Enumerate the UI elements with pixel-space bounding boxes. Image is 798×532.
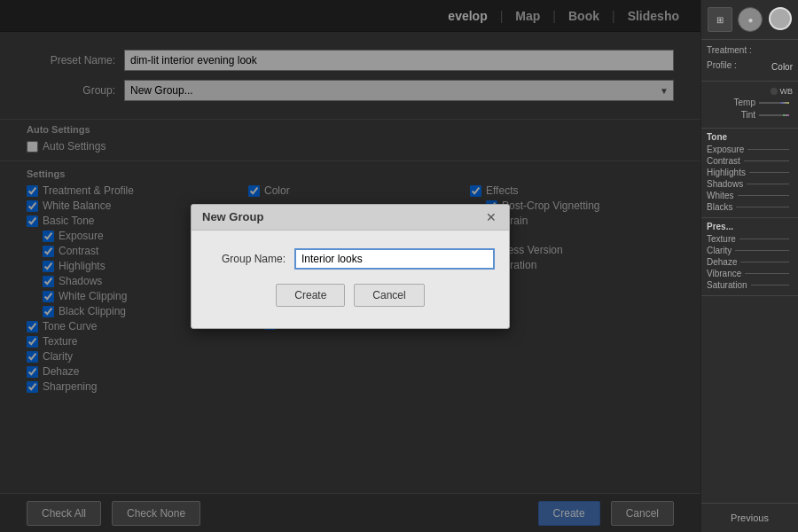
right-panel: ⊞ ● Treatment : Profile : Color WB Temp … — [700, 0, 798, 532]
temp-slider[interactable] — [759, 102, 789, 104]
active-circle-icon[interactable] — [769, 7, 792, 30]
modal-titlebar: New Group ✕ — [192, 205, 509, 231]
treatment-label: Treatment : — [707, 45, 752, 55]
profile-value: Color — [771, 62, 793, 72]
wb-row: WB — [707, 87, 793, 96]
temp-label: Temp — [707, 98, 755, 107]
tint-label: Tint — [707, 110, 755, 120]
modal-group-name-row: Group Name: — [206, 248, 495, 270]
right-panel-icons: ⊞ ● — [701, 0, 798, 40]
circle-icon[interactable]: ● — [738, 7, 763, 32]
dehaze-item-row: Dehaze — [707, 257, 793, 267]
wb-label: WB — [780, 87, 794, 96]
grid-icon[interactable]: ⊞ — [708, 7, 732, 32]
vibrance-item-row: Vibrance — [707, 269, 793, 278]
modal-cancel-button[interactable]: Cancel — [354, 284, 424, 307]
modal-overlay: New Group ✕ Group Name: Create Cancel — [0, 0, 700, 532]
modal-close-button[interactable]: ✕ — [484, 210, 498, 224]
saturation-item-row: Saturation — [707, 280, 793, 290]
treatment-row: Treatment : — [707, 45, 793, 59]
shadows-item-row: Shadows — [707, 179, 793, 189]
wb-section: WB Temp Tint — [701, 82, 798, 129]
clarity-item-row: Clarity — [707, 246, 793, 255]
profile-row: Profile : Color — [707, 60, 793, 74]
blacks-item-label: Blacks — [707, 202, 732, 212]
exposure-item-label: Exposure — [707, 145, 744, 154]
presence-section: Pres... Texture Clarity Dehaze Vibrance … — [701, 218, 798, 296]
previous-section: Previous — [701, 503, 798, 532]
texture-item-label: Texture — [707, 234, 736, 244]
left-panel: evelop | Map | Book | Slidesho Preset Na… — [0, 0, 700, 532]
modal-group-name-label: Group Name: — [206, 253, 286, 265]
tone-section: Tone Exposure Contrast Highlights Shadow… — [701, 129, 798, 218]
temp-slider-row: Temp — [707, 98, 793, 107]
modal-create-button[interactable]: Create — [276, 284, 345, 307]
tone-title: Tone — [707, 132, 793, 142]
contrast-item-label: Contrast — [707, 156, 740, 166]
highlights-item-row: Highlights — [707, 168, 793, 177]
exposure-item-row: Exposure — [707, 145, 793, 154]
whites-item-label: Whites — [707, 191, 734, 200]
saturation-item-label: Saturation — [707, 280, 747, 290]
modal-group-name-input[interactable] — [294, 248, 495, 270]
modal-title: New Group — [202, 210, 263, 223]
wb-dropper-icon[interactable] — [771, 88, 778, 95]
texture-item-row: Texture — [707, 234, 793, 244]
blacks-item-row: Blacks — [707, 202, 793, 212]
modal-buttons: Create Cancel — [206, 284, 495, 310]
shadows-item-label: Shadows — [707, 179, 743, 189]
highlights-item-label: Highlights — [707, 168, 746, 177]
whites-item-row: Whites — [707, 191, 793, 200]
tint-slider[interactable] — [759, 114, 789, 116]
dehaze-item-label: Dehaze — [707, 257, 737, 267]
presence-title: Pres... — [707, 222, 793, 231]
profile-label: Profile : — [707, 60, 737, 70]
treatment-section: Treatment : Profile : Color — [701, 40, 798, 82]
contrast-item-row: Contrast — [707, 156, 793, 166]
previous-button[interactable]: Previous — [707, 509, 793, 527]
tint-slider-row: Tint — [707, 110, 793, 120]
vibrance-item-label: Vibrance — [707, 269, 741, 278]
clarity-item-label: Clarity — [707, 246, 732, 255]
modal-body: Group Name: Create Cancel — [192, 231, 509, 328]
new-group-modal: New Group ✕ Group Name: Create Cancel — [191, 204, 510, 329]
